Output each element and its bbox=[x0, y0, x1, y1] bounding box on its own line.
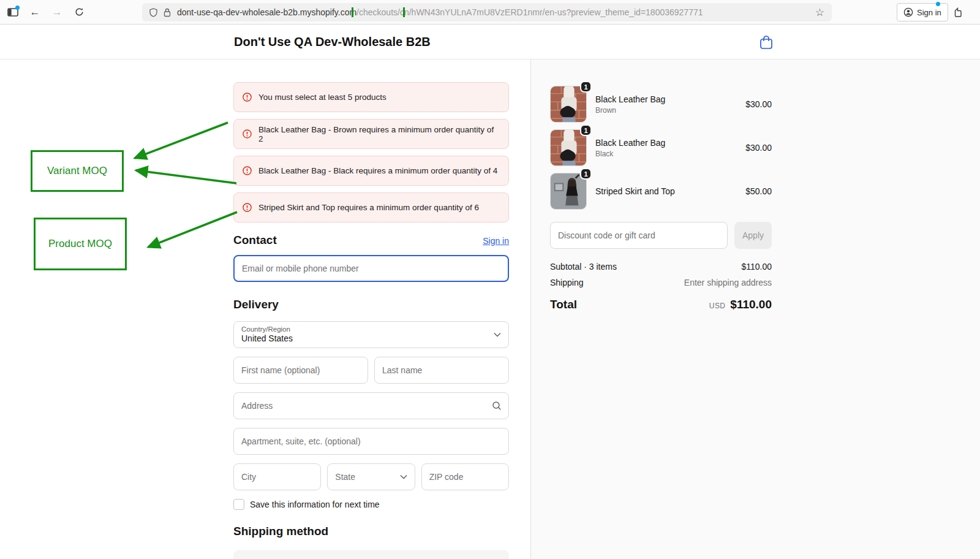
quantity-badge: 1 bbox=[580, 81, 592, 93]
order-summary: 1 Black Leather Bag Brown $30.00 1 Black… bbox=[550, 86, 772, 311]
back-button[interactable]: ← bbox=[28, 6, 42, 19]
url-checkouts-segment-highlighted: /checkouts/ bbox=[356, 7, 400, 17]
bookmark-star-icon[interactable]: ☆ bbox=[815, 6, 824, 19]
city-field[interactable] bbox=[233, 463, 321, 490]
zip-field[interactable] bbox=[421, 463, 509, 490]
notification-dot bbox=[15, 6, 20, 10]
reload-button[interactable] bbox=[72, 6, 86, 19]
first-name-field[interactable] bbox=[233, 357, 368, 384]
delivery-heading: Delivery bbox=[233, 298, 509, 311]
checkout-form: You must select at least 5 products Blac… bbox=[233, 82, 509, 559]
store-name[interactable]: Don't Use QA Dev-Wholesale B2B bbox=[234, 35, 431, 49]
product-thumbnail: 1 bbox=[550, 129, 587, 166]
url-text: dont-use-qa-dev-wholesale-b2b.myshopify.… bbox=[177, 7, 703, 17]
cart-item-row: 1 Black Leather Bag Brown $30.00 bbox=[550, 86, 772, 123]
email-field[interactable] bbox=[233, 255, 509, 282]
extension-icon[interactable] bbox=[950, 6, 963, 19]
country-label: Country/Region bbox=[241, 325, 501, 333]
forward-button[interactable]: → bbox=[50, 6, 64, 19]
apartment-field[interactable] bbox=[233, 428, 509, 455]
error-banner: Black Leather Bag - Black requires a min… bbox=[233, 156, 509, 186]
contact-heading: Contact bbox=[233, 234, 277, 247]
subtotal-label: Subtotal · 3 items bbox=[550, 262, 617, 272]
item-name: Striped Skirt and Top bbox=[595, 186, 745, 196]
error-message: Black Leather Bag - Black requires a min… bbox=[258, 166, 497, 175]
checkout-signin-link[interactable]: Sign in bbox=[483, 236, 509, 246]
product-thumbnail: 1 bbox=[550, 173, 587, 210]
shipping-method-placeholder bbox=[233, 550, 509, 559]
subtotal-value: $110.00 bbox=[741, 262, 772, 272]
search-icon bbox=[492, 401, 502, 411]
shipping-label: Shipping bbox=[550, 278, 584, 287]
item-price: $30.00 bbox=[745, 99, 772, 109]
total-value: $110.00 bbox=[730, 298, 772, 311]
currency-code: USD bbox=[709, 302, 726, 310]
shipping-method-heading: Shipping method bbox=[233, 525, 509, 538]
item-price: $30.00 bbox=[745, 143, 772, 153]
account-notification-dot bbox=[936, 2, 940, 6]
error-icon bbox=[243, 93, 252, 102]
quantity-badge: 1 bbox=[580, 124, 592, 136]
account-icon bbox=[903, 7, 913, 17]
shield-icon[interactable] bbox=[149, 8, 157, 17]
country-value: United States bbox=[241, 333, 501, 343]
save-info-checkbox[interactable] bbox=[233, 499, 244, 510]
item-variant: Brown bbox=[595, 106, 745, 115]
chevron-down-icon bbox=[400, 474, 407, 479]
discount-code-field[interactable] bbox=[550, 222, 728, 249]
lock-icon[interactable] bbox=[164, 8, 171, 17]
error-banner: Black Leather Bag - Brown requires a min… bbox=[233, 119, 509, 149]
url-bar[interactable]: dont-use-qa-dev-wholesale-b2b.myshopify.… bbox=[142, 3, 832, 21]
address-field[interactable] bbox=[233, 392, 509, 419]
error-message: Black Leather Bag - Brown requires a min… bbox=[258, 125, 500, 143]
quantity-badge: 1 bbox=[580, 168, 592, 180]
state-placeholder: State bbox=[335, 472, 355, 482]
item-price: $50.00 bbox=[745, 186, 772, 196]
save-info-label: Save this information for next time bbox=[250, 500, 380, 509]
store-header: Don't Use QA Dev-Wholesale B2B bbox=[0, 25, 980, 59]
error-message: Striped Skirt and Top requires a minimum… bbox=[258, 203, 479, 212]
cart-item-row: 1 Black Leather Bag Black $30.00 bbox=[550, 129, 772, 166]
chevron-down-icon bbox=[494, 332, 501, 337]
state-select[interactable]: State bbox=[327, 463, 415, 490]
error-icon bbox=[243, 166, 252, 175]
last-name-field[interactable] bbox=[374, 357, 509, 384]
shipping-value: Enter shipping address bbox=[684, 278, 772, 287]
product-thumbnail: 1 bbox=[550, 86, 587, 123]
tab-overview-icon[interactable] bbox=[6, 6, 20, 19]
error-banner: Striped Skirt and Top requires a minimum… bbox=[233, 192, 509, 222]
error-banner: You must select at least 5 products bbox=[233, 82, 509, 112]
apply-discount-button[interactable]: Apply bbox=[734, 222, 772, 249]
item-name: Black Leather Bag bbox=[595, 94, 745, 104]
item-name: Black Leather Bag bbox=[595, 138, 745, 148]
error-icon bbox=[243, 129, 252, 139]
cart-bag-icon[interactable] bbox=[758, 34, 774, 50]
item-variant: Black bbox=[595, 150, 745, 158]
browser-signin-button[interactable]: Sign in bbox=[897, 3, 948, 21]
browser-signin-label: Sign in bbox=[917, 8, 941, 17]
cart-item-row: 1 Striped Skirt and Top $50.00 bbox=[550, 173, 772, 210]
country-select[interactable]: Country/Region United States bbox=[233, 321, 509, 348]
error-icon bbox=[243, 203, 252, 212]
total-label: Total bbox=[550, 298, 577, 311]
url-domain: dont-use-qa-dev-wholesale-b2b.myshopify.… bbox=[177, 7, 356, 17]
browser-toolbar: ← → dont-use-qa-dev-wholesale-b2b.myshop… bbox=[0, 0, 980, 25]
error-message: You must select at least 5 products bbox=[258, 93, 386, 102]
url-path-rest: cn/hWN43nYULnA7mU8VzERD1nmr/en-us?previe… bbox=[400, 7, 703, 17]
